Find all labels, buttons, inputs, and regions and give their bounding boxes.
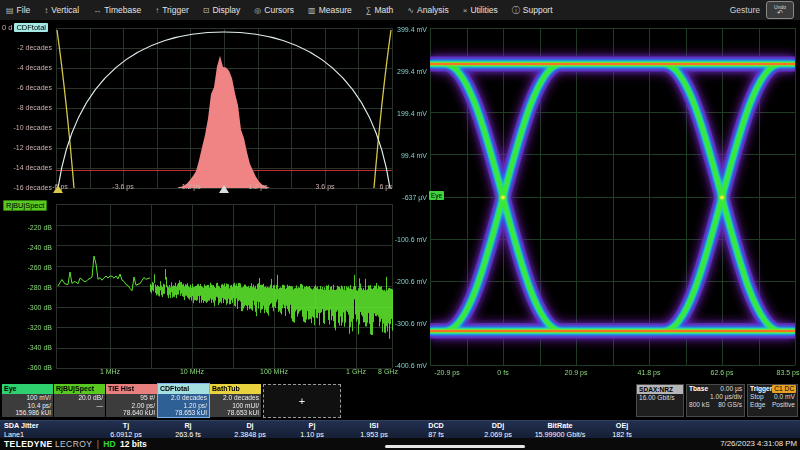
menu-item-vertical[interactable]: ↕Vertical — [44, 5, 79, 15]
measure-icon: ▥ — [308, 6, 316, 15]
axis-tick-label: -6 ps — [52, 182, 68, 191]
descriptor-tie-hist[interactable]: TIE Hist 95 #/ 2.00 ps/ 78.640 kUI — [106, 384, 157, 417]
utilities-icon: × — [463, 6, 468, 15]
trigger-slope: Positive — [772, 401, 795, 409]
trigger-type: Edge — [750, 401, 765, 409]
descriptor-line: 78.653 kUI — [158, 409, 209, 417]
timebase-box[interactable]: Tbase0.00 µs 1.00 µs/div 800 kS80 GS/s — [686, 384, 745, 417]
axis-tick-label: 41.8 ps — [638, 368, 661, 377]
jitter-spectrum-plot[interactable] — [0, 198, 396, 374]
timebase-sample-rate: 80 GS/s — [718, 401, 742, 409]
axis-tick-label: -300.6 mV — [381, 320, 427, 328]
menu-item-analysis[interactable]: ∿Analysis — [407, 5, 448, 15]
axis-tick-label: -260 dB — [0, 264, 52, 272]
brand-logo: TELEDYNE LECROY | HD 12 bits — [4, 439, 147, 449]
axis-tick-label: 3.6 ps — [315, 182, 334, 191]
menu-item-timebase[interactable]: ↔Timebase — [93, 5, 141, 15]
axis-tick-label: 100 MHz — [260, 367, 288, 376]
axis-tick-label: 399.4 mV — [381, 26, 427, 34]
axis-tick-label: -200.6 mV — [381, 278, 427, 286]
display-icon: ⊡ — [203, 6, 210, 15]
menu-item-label: Display — [212, 5, 240, 15]
bathtub-cdf-plot[interactable] — [0, 20, 396, 196]
axis-tick-label: -637 µV — [381, 194, 427, 202]
axis-tick-label: -100.6 mV — [381, 236, 427, 244]
axis-tick-label: -400.6 mV — [381, 362, 427, 370]
brand-separator: | — [97, 439, 99, 449]
menu-item-cursors[interactable]: ◎Cursors — [254, 5, 294, 15]
datetime-label: 7/26/2023 4:31:08 PM — [720, 439, 797, 448]
axis-tick-label: -14 decades — [0, 164, 52, 172]
menu-item-file[interactable]: ▤File — [6, 5, 30, 15]
trigger-source-badge: C1 DC — [772, 385, 796, 393]
descriptor-line: 2.0 decades — [158, 394, 209, 402]
bathtub-corner: 0 d CDFtotal — [2, 23, 48, 32]
descriptor-line: 95 #/ — [106, 394, 157, 402]
math-icon: ∑ — [366, 6, 372, 15]
axis-tick-label: 62.6 ps — [711, 368, 734, 377]
axis-tick-label: -6 decades — [0, 84, 52, 92]
status-bar: TELEDYNE LECROY | HD 12 bits — [0, 438, 800, 450]
undo-icon: ↶ — [777, 9, 783, 16]
descriptor-line: 2.00 ps/ — [106, 402, 157, 410]
axis-tick-label: -220 dB — [0, 224, 52, 232]
timebase-icon: ↔ — [93, 6, 101, 15]
hd-badge: HD — [103, 439, 115, 449]
descriptor-line: 20.0 dB/ — [54, 394, 105, 402]
gesture-label[interactable]: Gesture — [730, 5, 760, 15]
menu-bar: ▤File ↕Vertical ↔Timebase ↑Trigger ⊡Disp… — [0, 0, 800, 20]
vertical-icon: ↕ — [44, 6, 48, 15]
menu-item-label: Math — [374, 5, 393, 15]
column-header-pj: Pj — [281, 421, 343, 430]
descriptor-title: Eye — [2, 384, 53, 394]
axis-tick-label: -2 decades — [0, 44, 52, 52]
axis-tick-label: 20.9 ps — [565, 368, 588, 377]
menu-item-measure[interactable]: ▥Measure — [308, 5, 352, 15]
cdftotal-trace-badge[interactable]: CDFtotal — [14, 23, 48, 32]
menu-item-label: Timebase — [104, 5, 141, 15]
bits-label: 12 bits — [120, 439, 147, 449]
descriptor-title: BathTub — [210, 384, 261, 394]
menu-item-label: Cursors — [264, 5, 294, 15]
eye-trace-badge[interactable]: Eye — [429, 191, 444, 200]
descriptor-cdftotal[interactable]: CDFtotal 2.0 decades 1.20 ps/ 78.653 kUI — [158, 384, 209, 417]
rjbujspect-trace-badge[interactable]: RjBUjSpect — [3, 200, 47, 211]
axis-tick-label: 1 MHz — [100, 367, 120, 376]
trigger-mode: Stop — [750, 393, 764, 401]
timebase-title: Tbase — [689, 385, 708, 393]
column-header-oej: OEj — [591, 421, 653, 430]
axis-tick-label: -280 dB — [0, 284, 52, 292]
descriptor-line: 2.0 decades — [210, 394, 261, 402]
trigger-icon: ↑ — [155, 6, 159, 15]
menu-item-utilities[interactable]: ×Utilities — [463, 5, 498, 15]
axis-tick-label: 6 ps — [379, 182, 392, 191]
descriptor-line: 78.653 kUI — [210, 409, 261, 417]
menu-item-display[interactable]: ⊡Display — [203, 5, 241, 15]
sdax-box[interactable]: SDAX:NRZ 16.00 Gbit/s — [636, 384, 684, 417]
axis-tick-label: 99.4 mV — [381, 152, 427, 160]
undo-button[interactable]: Undo ↶ — [766, 1, 794, 19]
descriptor-eye[interactable]: Eye 100 mV/ 10.4 ps/ 156.986 kUI — [2, 384, 53, 417]
descriptor-bathtub[interactable]: BathTub 2.0 decades 100 mUI/ 78.653 kUI — [210, 384, 261, 417]
cursors-icon: ◎ — [254, 6, 261, 15]
menu-item-support[interactable]: ⓘSupport — [512, 5, 553, 16]
descriptor-line: 1.20 ps/ — [158, 402, 209, 410]
axis-tick-label: 0 fs — [497, 368, 508, 377]
menu-item-math[interactable]: ∑Math — [366, 5, 394, 15]
axis-tick-label: -4 decades — [0, 64, 52, 72]
axis-tick-label: 0 d — [2, 23, 12, 32]
axis-tick-label: 299.4 mV — [381, 68, 427, 76]
descriptor-title: TIE Hist — [106, 384, 157, 394]
trigger-title: Trigger — [750, 385, 772, 393]
axis-tick-label: -10 decades — [0, 124, 52, 132]
column-header-bitrate: BitRate — [529, 421, 591, 430]
add-trace-button[interactable]: + — [263, 384, 341, 418]
scrollbar-thumb[interactable] — [385, 445, 525, 448]
axis-tick-label: 1.2 ps — [248, 182, 267, 191]
descriptor-rjbujspect[interactable]: RjBUjSpect 20.0 dB/ — — [54, 384, 105, 417]
descriptor-line: 78.640 kUI — [106, 409, 157, 417]
trigger-box[interactable]: TriggerC1 DC Stop0.0 mV EdgePositive — [747, 384, 798, 417]
menu-item-trigger[interactable]: ↑Trigger — [155, 5, 189, 15]
menu-item-label: Measure — [319, 5, 352, 15]
menu-item-label: Trigger — [162, 5, 189, 15]
